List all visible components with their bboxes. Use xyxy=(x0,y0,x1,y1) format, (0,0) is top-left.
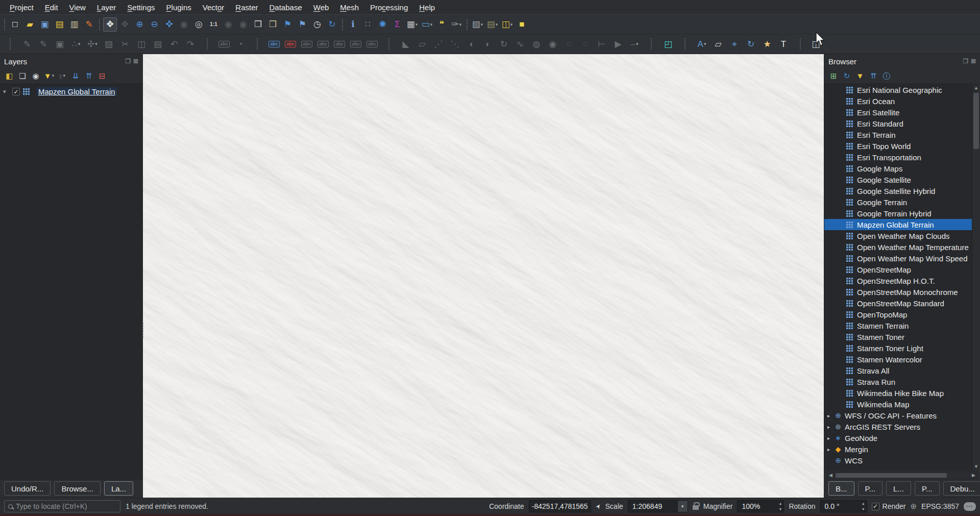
add-ring-button[interactable]: ◍ xyxy=(529,37,544,51)
select-label-button[interactable]: ▱ xyxy=(710,37,726,51)
redo-button[interactable]: ↷ xyxy=(183,37,198,51)
menu-item[interactable]: Raster xyxy=(230,2,263,13)
browser-vertical-scrollbar[interactable] xyxy=(972,84,980,471)
collapse-all-button[interactable]: ⇈ xyxy=(83,69,95,82)
zoom-to-selection-button[interactable]: ◉ xyxy=(177,17,191,32)
cut-features-button[interactable]: ✂ xyxy=(117,37,133,51)
magnifier-spinbox[interactable]: 100% xyxy=(737,500,784,512)
split-features-button[interactable]: ⋰ xyxy=(431,37,446,51)
menu-item[interactable]: Settings xyxy=(121,2,160,13)
dock-tab[interactable]: Debu... xyxy=(943,481,980,496)
offset-curve-button[interactable]: ◣ xyxy=(398,37,413,51)
browser-item[interactable]: Esri Satellite xyxy=(824,107,972,118)
render-checkbox-group[interactable]: Render xyxy=(872,502,906,510)
rotate-feature-button[interactable]: ↻ xyxy=(496,37,511,51)
simplify-feature-button[interactable]: ∿ xyxy=(512,37,528,51)
browser-item[interactable]: OpenTopoMap xyxy=(824,309,972,320)
new-temporary-scratch-layer-button[interactable]: ■ xyxy=(515,17,529,32)
browser-item[interactable]: Mapzen Global Terrain xyxy=(824,219,972,230)
browser-item[interactable]: Open Weather Map Clouds xyxy=(824,230,972,241)
zoom-out-button[interactable]: ⊖ xyxy=(148,17,161,32)
dropdown-arrow-icon[interactable] xyxy=(95,41,97,46)
toolbar-handle[interactable] xyxy=(465,19,469,30)
spinner-arrows-icon[interactable] xyxy=(778,502,782,511)
browser-item[interactable]: Stamen Terrain xyxy=(824,320,972,331)
browser-item[interactable]: Google Maps xyxy=(824,163,972,174)
undo-button[interactable]: ↶ xyxy=(166,37,182,51)
lock-scale-icon[interactable] xyxy=(693,505,699,510)
dock-tab[interactable]: L... xyxy=(886,481,911,496)
messages-icon[interactable]: ··· xyxy=(964,502,976,511)
toolbar-handle[interactable] xyxy=(97,19,102,30)
move-label-tool-button[interactable]: ⌖ xyxy=(727,37,742,51)
layer-labeling-options-button[interactable]: abc xyxy=(216,37,232,51)
layer-diagram-options-button[interactable]: ◔ xyxy=(233,37,248,51)
highlight-pinned-labels-button[interactable]: abc xyxy=(266,37,282,51)
dropdown-arrow-icon[interactable] xyxy=(636,41,639,46)
menu-item[interactable]: Plugins xyxy=(161,2,197,13)
zoom-in-button[interactable]: ⊕ xyxy=(133,17,146,32)
dropdown-arrow-icon[interactable] xyxy=(496,22,498,27)
pan-to-selection-button[interactable]: ✥ xyxy=(118,17,132,32)
merge-attributes-button[interactable]: ◗ xyxy=(480,37,495,51)
zoom-next-button[interactable]: ◉ xyxy=(236,17,250,32)
open-project-button[interactable]: ▰ xyxy=(23,17,37,32)
zoom-full-button[interactable]: ✜ xyxy=(162,17,176,32)
map-canvas[interactable] xyxy=(143,54,824,498)
menu-item[interactable]: Processing xyxy=(364,2,413,13)
menu-item[interactable]: Web xyxy=(308,2,335,13)
dropdown-arrow-icon[interactable] xyxy=(459,22,462,27)
zoom-native-button[interactable]: 1:1 xyxy=(207,17,220,32)
trim-extend-button[interactable]: ⊢ xyxy=(594,37,609,51)
collapse-all-browser-button[interactable]: ⇈ xyxy=(867,69,879,82)
dropdown-arrow-icon[interactable] xyxy=(430,22,433,27)
menu-item[interactable]: Database xyxy=(264,2,308,13)
expander-icon[interactable] xyxy=(827,447,834,452)
browser-item[interactable]: Esri Ocean xyxy=(824,95,972,107)
new-3d-map-view-button[interactable]: ❒ xyxy=(251,17,265,32)
dropdown-arrow-icon[interactable] xyxy=(63,73,66,78)
browser-item[interactable]: Esri Topo World xyxy=(824,140,972,152)
dropdown-arrow-icon[interactable] xyxy=(78,41,81,46)
zoom-to-layer-button[interactable]: ◎ xyxy=(192,17,206,32)
copy-paste-style-button[interactable]: ◫ xyxy=(500,17,514,32)
pin-unpin-labels-button[interactable]: abc xyxy=(299,37,314,51)
dock-tab[interactable]: P... xyxy=(915,481,940,496)
locate-box[interactable] xyxy=(4,500,120,512)
toggle-extents-icon[interactable]: ➤ xyxy=(594,502,602,510)
toolbar-handle[interactable] xyxy=(381,38,397,50)
vertex-tool-button[interactable]: ✣ xyxy=(85,37,100,51)
render-checkbox[interactable] xyxy=(872,503,879,510)
refresh-map-button[interactable]: ↻ xyxy=(325,17,339,32)
filter-legend-button[interactable]: ▼ xyxy=(43,69,55,82)
save-layer-edits-button[interactable]: ▣ xyxy=(52,37,67,51)
browser-item[interactable]: OpenStreetMap Standard xyxy=(824,298,972,309)
save-project-button[interactable]: ▣ xyxy=(38,17,52,32)
rotation-spinbox[interactable]: 0.0 ° xyxy=(820,500,867,512)
dock-tab[interactable]: La... xyxy=(104,481,133,496)
collapse-button[interactable]: – xyxy=(627,37,642,51)
zoom-last-button[interactable]: ◉ xyxy=(222,17,235,32)
combo-arrow-icon[interactable] xyxy=(677,501,688,512)
menu-item[interactable]: Edit xyxy=(39,2,64,13)
scrollbar-thumb[interactable] xyxy=(973,93,979,149)
measure-button[interactable]: ▭ xyxy=(420,17,434,32)
attribute-table-button[interactable]: ▦ xyxy=(405,17,419,32)
show-hide-labels-button[interactable]: abc xyxy=(315,37,331,51)
crs-status[interactable]: EPSG:3857 xyxy=(921,502,959,510)
toolbar-handle[interactable] xyxy=(3,38,18,50)
manage-map-themes-button[interactable]: ◉ xyxy=(30,69,42,82)
dropdown-arrow-icon[interactable] xyxy=(704,41,706,46)
run-feature-action-button[interactable]: ∷ xyxy=(361,17,375,32)
pan-map-button[interactable]: ✥ xyxy=(103,17,117,32)
selection-tools-button[interactable]: ▤ xyxy=(485,17,499,32)
coordinate-input[interactable]: -842517,4781565 xyxy=(529,500,591,512)
browser-item[interactable]: Stamen Toner Light xyxy=(824,342,972,354)
dock-tab[interactable]: P... xyxy=(858,481,883,496)
expand-all-button[interactable]: ⇊ xyxy=(69,69,82,82)
add-group-button[interactable]: ❏ xyxy=(16,69,29,82)
dock-tab[interactable]: Undo/R... xyxy=(4,481,51,496)
layer-visibility-checkbox[interactable] xyxy=(12,88,20,95)
toolbar-handle[interactable] xyxy=(340,19,345,30)
scrollbar-thumb[interactable] xyxy=(836,473,947,478)
